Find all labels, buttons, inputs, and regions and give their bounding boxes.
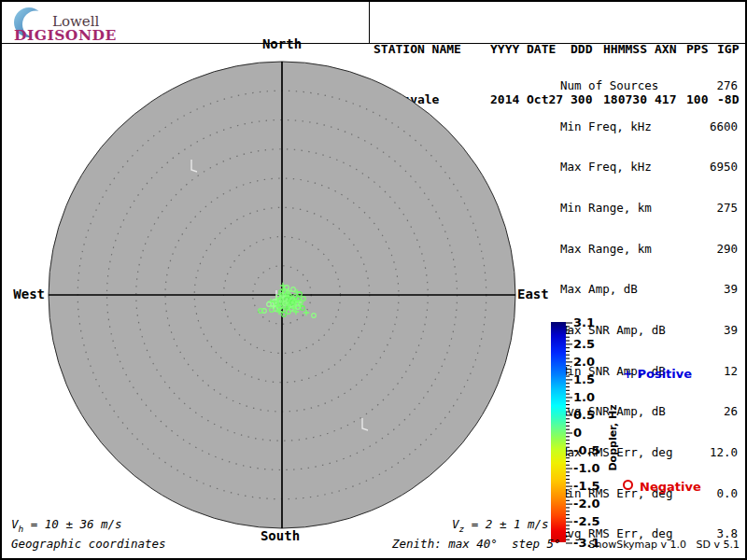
stat-value: 276 <box>716 79 738 93</box>
colorbar-tick-label: -2.5 <box>573 514 599 528</box>
legend-negative: Negative <box>623 480 701 494</box>
vertical-velocity-readout: Vz = 2 ± 1 m/s <box>452 517 549 534</box>
showskymap-window: Lowell DIGISONDE STATION NAME YYYY DATE … <box>0 0 747 560</box>
stat-value: 39 <box>724 324 738 338</box>
stat-label: Max Freq, kHz <box>560 161 652 175</box>
cardinal-label-west: West <box>2 287 45 301</box>
cardinal-label-north: North <box>245 36 319 51</box>
horizontal-velocity-readout: Vh = 10 ± 36 m/s <box>11 517 122 534</box>
stat-row: Min Range, km275 <box>560 202 738 216</box>
stat-label: Min Freq, kHz <box>560 120 652 134</box>
cardinal-label-south: South <box>243 528 317 543</box>
circle-icon <box>623 480 633 490</box>
stat-value: 275 <box>716 202 738 216</box>
colorbar-gradient <box>551 322 566 542</box>
stat-value: 290 <box>716 243 738 257</box>
legend-positive: + Positive <box>623 367 692 381</box>
stat-label: Min Range, km <box>560 202 652 216</box>
stat-row: Min Freq, kHz6600 <box>560 120 738 134</box>
stat-row: Max Amp, dB39 <box>560 283 738 297</box>
colorbar-tick-label: 1.0 <box>573 390 595 404</box>
plus-icon: + <box>623 367 633 381</box>
stat-value: 12.0 <box>710 446 738 460</box>
colorbar-tick-label: 2.0 <box>573 355 595 369</box>
colorbar-tick-label: 3.1 <box>573 315 595 329</box>
colorbar-tick-label: -1.0 <box>573 461 599 475</box>
stat-value: 39 <box>724 283 738 297</box>
stat-value: 0.0 <box>716 487 738 501</box>
stat-value: 12 <box>724 365 738 379</box>
stat-label: Max Amp, dB <box>560 283 638 297</box>
colorbar-tick-label: 0 <box>573 426 582 440</box>
colorbar-tick-label: -2.0 <box>573 497 599 511</box>
stat-value: 6600 <box>710 120 738 134</box>
colorbar-tick-label: 0.5 <box>573 408 595 422</box>
stat-label: Max Range, km <box>560 243 652 257</box>
stat-row: Max Range, km290 <box>560 243 738 257</box>
stat-value: 6950 <box>710 161 738 175</box>
colorbar-tick-label: -0.5 <box>573 443 599 457</box>
version-label: ShowSkymap v 1.0 SD v 5.1 <box>525 539 740 551</box>
doppler-colorbar: 3.12.52.01.51.00.50-0.5-1.0-1.5-2.0-2.5-… <box>551 322 654 542</box>
colorbar-tick-label: -1.5 <box>573 479 599 493</box>
stat-value: 26 <box>724 405 738 419</box>
stat-row: Max Freq, kHz6950 <box>560 161 738 175</box>
stat-row: Num of Sources276 <box>560 79 738 93</box>
colorbar-tick-label: 2.5 <box>573 337 595 351</box>
coordinates-label: Geographic coordinates <box>11 537 166 551</box>
colorbar-tick-label: 1.5 <box>573 372 595 386</box>
stat-label: Num of Sources <box>560 79 658 93</box>
